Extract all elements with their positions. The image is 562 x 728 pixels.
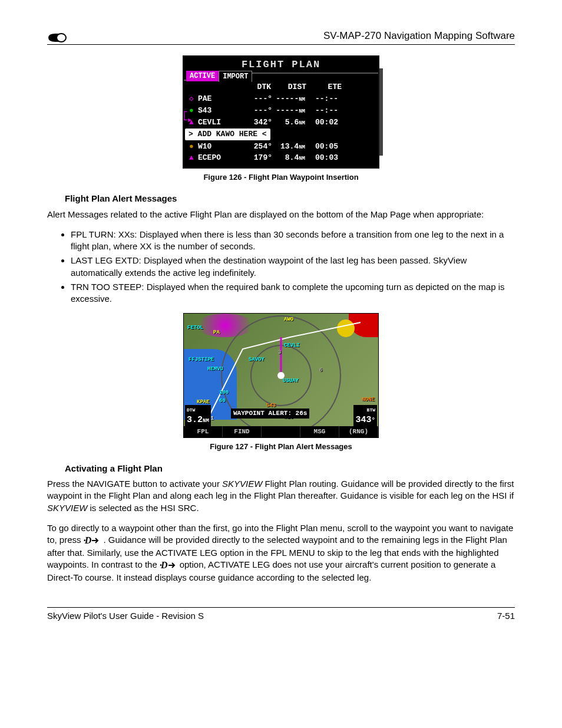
wp-label: PAE [198,94,239,104]
alert-bullet: TRN TOO STEEP: Displayed when the requir… [71,281,515,305]
dist-val: -----NM [275,94,305,104]
map-label: SAVOY [249,356,265,363]
wp-label: W10 [198,141,239,152]
figure-127-caption: Figure 127 - Flight Plan Alert Messages [47,442,515,452]
map-label: 100 [219,389,229,396]
flight-plan-screenshot: FLIGHT PLAN ACTIVE IMPORT DTK DIST ETE ◇… [183,55,379,169]
ete-val: 00:02 [308,117,338,128]
svg-point-0 [57,34,66,42]
map-label: HEMVU [207,365,223,373]
footer-right: 7-51 [497,610,515,622]
dtk-val: 179° [242,153,272,163]
softkey-blank [262,426,300,437]
section-heading-alert-messages: Flight Plan Alert Messages [65,193,515,205]
alert-bullet: LAST LEG EXTD: Displayed when the destin… [71,255,515,279]
alert-bullet: FPL TURN: XXs: Displayed when there is l… [71,229,515,253]
map-label: USUAY [283,377,299,384]
btw-readout: BTW 343° [353,405,377,427]
airport-icon: ● [187,141,196,152]
flight-plan-title: FLIGHT PLAN [184,57,378,73]
ete-val: --:-- [308,94,338,104]
ete-val: --:-- [308,106,338,116]
alert-intro-paragraph: Alert Messages related to the active Fli… [47,209,515,220]
fp-row: ● W10 254° 13.4NM 00:05 [184,141,378,153]
map-label: FFJSTIPE [189,356,214,363]
softkey-find[interactable]: FIND [223,426,262,437]
footer-left: SkyView Pilot's User Guide - Revision S [47,610,204,622]
dist-val: 5.6NM [275,117,305,128]
map-label: 60 [219,397,226,404]
activate-paragraph-1: Press the NAVIGATE button to activate yo… [47,478,515,514]
figure-126-caption: Figure 126 - Flight Plan Waypoint Insert… [47,172,515,183]
dtw-readout: DTW 3.2NM [185,405,211,427]
fp-row: ◇ PAE ---° -----NM --:-- [184,93,378,105]
fp-row: ▲ ECEPO 179° 8.4NM 00:03 [184,152,378,164]
map-alert-screenshot: FETOL PA AWO CEVLI SAVOY HEMVU FFJSTIPE … [183,313,379,438]
map-label: PA [213,329,220,336]
insert-waypoint-row[interactable]: > ADD KAWO HERE < [185,129,270,140]
wp-label: S43 [198,106,239,116]
softkey-msg[interactable]: MSG [300,426,339,437]
wp-label: CEVLI [198,117,239,128]
flight-plan-columns: DTK DIST ETE [184,81,378,94]
wp-label: ECEPO [198,153,239,163]
map-label: NONE [362,396,375,403]
page-footer: SkyView Pilot's User Guide - Revision S … [47,607,515,622]
alert-bullet-list: FPL TURN: XXs: Displayed when there is l… [60,229,515,305]
tab-active[interactable]: ACTIVE [186,71,219,81]
dtk-val: ---° [242,106,272,116]
dtk-val: ---° [242,94,272,104]
fp-row: └▸ ▲ CEVLI 342° 5.6NM 00:02 [184,117,378,129]
dist-val: 8.4NM [275,153,305,163]
direct-to-icon: D [160,559,177,569]
map-ring-label: 6 [319,367,322,374]
map-ring-label: 3 [278,349,281,356]
map-label: FETOL [187,324,203,331]
dist-val: -----NM [275,106,305,116]
direct-to-icon: D [84,535,101,545]
map-label: AWO [284,316,293,323]
softkey-fpl[interactable]: FPL [184,426,223,437]
fp-row: ┌ ● S43 ---° -----NM --:-- [184,105,378,117]
dist-val: 13.4NM [275,141,305,152]
col-dtk: DTK [236,82,271,93]
softkey-rng[interactable]: (RNG) [339,426,378,437]
airport-icon: ◇ [187,94,196,104]
col-ete: ETE [306,82,342,93]
map-softkey-bar: FPL FIND MSG (RNG) [184,426,378,437]
doc-title: SV-MAP-270 Navigation Mapping Software [323,29,515,43]
ete-val: 00:03 [308,153,338,163]
ete-val: 00:05 [308,141,338,152]
dynon-logo-icon [47,32,67,43]
section-heading-activating: Activating a Flight Plan [65,463,515,475]
col-dist: DIST [271,82,306,93]
dtk-val: 254° [242,141,272,152]
page-header: SV-MAP-270 Navigation Mapping Software [47,29,515,45]
waypoint-alert-banner: WAYPOINT ALERT: 26s [231,409,309,419]
activate-paragraph-2: To go directly to a waypoint other than … [47,522,515,584]
map-label: CEVLI [284,342,300,349]
waypoint-icon: ▲ [187,153,196,163]
bracket-bottom-icon: └▸ [181,114,193,127]
dtk-val: 342° [242,117,272,128]
tab-import[interactable]: IMPORT [219,71,252,82]
